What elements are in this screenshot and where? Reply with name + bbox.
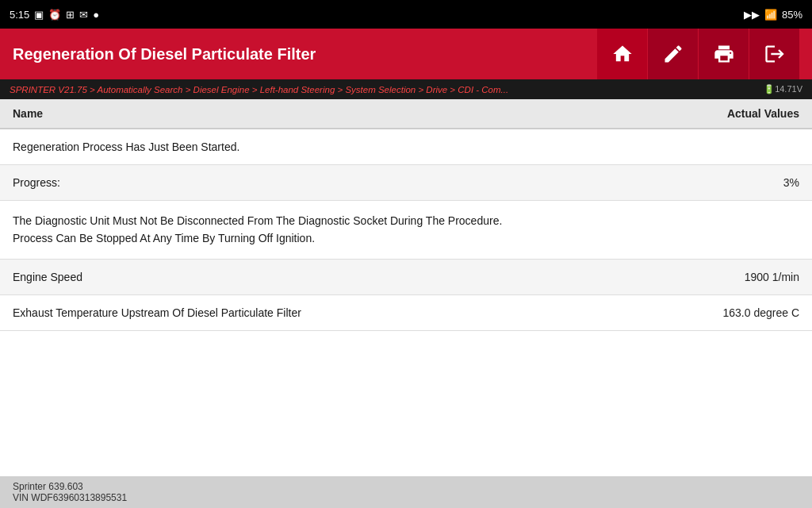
table-cell-value: 1900 1/min: [653, 259, 812, 294]
battery-voltage: 🔋14.71V: [764, 84, 802, 94]
status-battery: 85%: [782, 9, 802, 21]
header-icons: [596, 29, 799, 79]
edit-button[interactable]: [647, 29, 698, 79]
status-data-icon: ⊞: [66, 9, 75, 21]
status-right: ▶▶ 📶 85%: [744, 9, 802, 21]
page-title: Regeneration Of Diesel Particulate Filte…: [13, 45, 596, 64]
status-mail-icon: ✉: [79, 9, 88, 21]
data-table: Name Actual Values Regeneration Process …: [0, 99, 812, 331]
col-name-header: Name: [0, 99, 653, 129]
exit-icon: [764, 43, 786, 65]
home-button[interactable]: [596, 29, 647, 79]
table-row: Exhaust Temperature Upstream Of Diesel P…: [0, 294, 812, 330]
table-cell-value: 3%: [653, 165, 812, 201]
table-container[interactable]: Name Actual Values Regeneration Process …: [0, 99, 812, 476]
status-bar: 5:15 ▣ ⏰ ⊞ ✉ ● ▶▶ 📶 85%: [0, 0, 812, 29]
breadcrumb: SPRINTER V21.75 > Automatically Search >…: [0, 79, 812, 99]
status-signal-icon: ▶▶: [744, 9, 760, 21]
table-header-row: Name Actual Values: [0, 99, 812, 129]
table-cell-name: Regeneration Process Has Just Been Start…: [0, 129, 653, 165]
table-cell-value: 163.0 degree C: [653, 294, 812, 330]
status-alarm-icon: ⏰: [48, 9, 61, 21]
footer-line1: Sprinter 639.603: [13, 481, 799, 492]
table-cell-name: The Diagnostic Unit Must Not Be Disconne…: [0, 201, 653, 260]
header: Regeneration Of Diesel Particulate Filte…: [0, 29, 812, 79]
print-button[interactable]: [698, 29, 749, 79]
table-cell-value: [653, 129, 812, 165]
col-values-header: Actual Values: [653, 99, 812, 129]
footer-line2: VIN WDF63960313895531: [13, 492, 799, 503]
status-dot-icon: ●: [93, 9, 99, 21]
breadcrumb-text: SPRINTER V21.75 > Automatically Search >…: [10, 85, 508, 94]
table-row: The Diagnostic Unit Must Not Be Disconne…: [0, 201, 812, 260]
status-sim-icon: ▣: [34, 9, 44, 21]
table-cell-name: Progress:: [0, 165, 653, 201]
app-container: Regeneration Of Diesel Particulate Filte…: [0, 29, 812, 508]
edit-icon: [662, 43, 684, 65]
footer-info: Sprinter 639.603 VIN WDF63960313895531: [0, 476, 812, 508]
table-row: Regeneration Process Has Just Been Start…: [0, 129, 812, 165]
exit-button[interactable]: [749, 29, 799, 79]
table-cell-name: Engine Speed: [0, 259, 653, 294]
home-icon: [611, 43, 634, 65]
table-row: Engine Speed1900 1/min: [0, 259, 812, 294]
table-row: Progress:3%: [0, 165, 812, 201]
table-cell-name: Exhaust Temperature Upstream Of Diesel P…: [0, 294, 653, 330]
print-icon: [713, 43, 735, 65]
table-cell-value: [653, 201, 812, 260]
status-wifi-icon: 📶: [764, 9, 777, 21]
status-time: 5:15: [10, 9, 29, 21]
status-left: 5:15 ▣ ⏰ ⊞ ✉ ●: [10, 9, 99, 21]
